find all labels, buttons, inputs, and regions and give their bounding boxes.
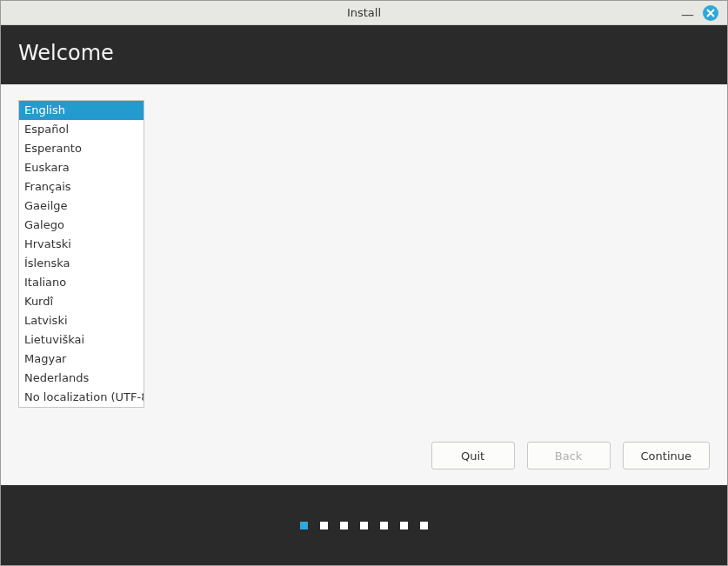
progress-step-dot (420, 522, 428, 529)
install-window: Install — Welcome EnglishEspañolEsperant… (0, 0, 728, 566)
language-option[interactable]: Magyar (19, 350, 144, 369)
button-row: Quit Back Continue (18, 442, 710, 469)
language-option[interactable]: Lietuviškai (19, 330, 144, 350)
language-option[interactable]: Kurdî (19, 292, 144, 311)
language-option[interactable]: Italiano (19, 273, 144, 292)
header-bar: Welcome (1, 25, 727, 84)
content-area: EnglishEspañolEsperantoEuskaraFrançaisGa… (1, 84, 727, 485)
page-title: Welcome (18, 41, 710, 65)
progress-step-dot (300, 522, 308, 529)
language-option[interactable]: Íslenska (19, 254, 144, 273)
progress-step-dot (340, 522, 348, 529)
language-option[interactable]: Latviski (19, 311, 144, 330)
language-option[interactable]: Nederlands (19, 369, 144, 388)
progress-footer (1, 485, 727, 565)
language-option[interactable]: Français (19, 177, 144, 196)
close-icon[interactable] (703, 5, 718, 21)
titlebar-controls: — (681, 5, 727, 21)
continue-button[interactable]: Continue (623, 442, 710, 469)
language-option[interactable]: Español (19, 120, 144, 139)
minimize-icon[interactable]: — (681, 9, 694, 22)
language-option[interactable]: Galego (19, 216, 144, 235)
language-option[interactable]: Esperanto (19, 139, 144, 158)
titlebar: Install — (1, 1, 727, 25)
progress-step-dot (380, 522, 388, 529)
window-title: Install (1, 6, 727, 19)
quit-button[interactable]: Quit (431, 442, 515, 469)
language-option[interactable]: English (19, 101, 144, 120)
language-option[interactable]: Gaeilge (19, 196, 144, 216)
language-option[interactable]: No localization (UTF-8) (19, 388, 144, 407)
language-option[interactable]: Euskara (19, 158, 144, 177)
progress-step-dot (360, 522, 368, 529)
language-option[interactable]: Hrvatski (19, 235, 144, 254)
back-button: Back (527, 442, 611, 469)
language-listbox[interactable]: EnglishEspañolEsperantoEuskaraFrançaisGa… (18, 100, 144, 408)
progress-step-dot (400, 522, 408, 529)
progress-step-dot (320, 522, 328, 529)
